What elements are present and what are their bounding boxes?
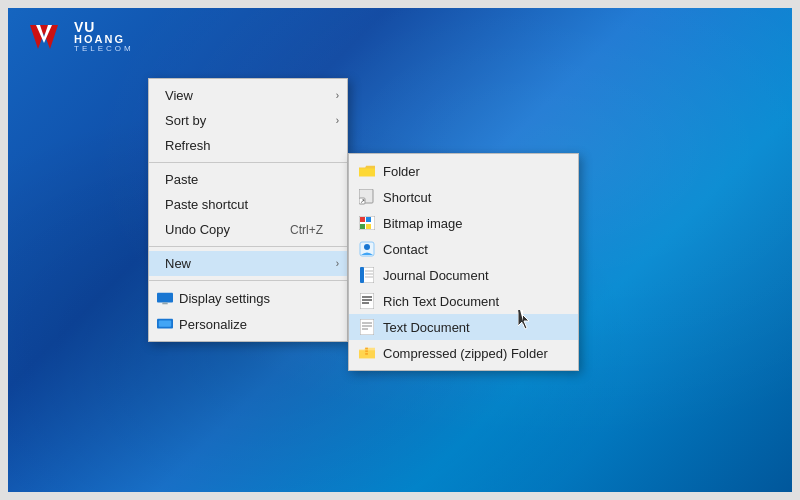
desktop: VU HOANG TELECOM View › Sort by › Refres… [0, 0, 800, 500]
logo-text: VU HOANG TELECOM [74, 20, 134, 53]
journal-icon [359, 267, 375, 283]
submenu-label-journal: Journal Document [383, 268, 489, 283]
submenu-item-textdoc[interactable]: Text Document [349, 314, 578, 340]
menu-item-new[interactable]: New › [149, 251, 347, 276]
submenu-label-folder: Folder [383, 164, 420, 179]
logo-icon [28, 21, 70, 53]
personalize-icon [157, 316, 173, 332]
menu-label-paste-shortcut: Paste shortcut [165, 197, 248, 212]
contact-icon [359, 241, 375, 257]
submenu-label-contact: Contact [383, 242, 428, 257]
menu-label-refresh: Refresh [165, 138, 211, 153]
menu-item-personalize[interactable]: Personalize [149, 311, 347, 337]
submenu-item-journal[interactable]: Journal Document [349, 262, 578, 288]
svg-point-15 [364, 244, 370, 250]
context-menu: View › Sort by › Refresh Paste Paste sho… [148, 78, 348, 342]
menu-item-refresh[interactable]: Refresh [149, 133, 347, 158]
submenu-arrow-sortby: › [336, 115, 339, 126]
svg-rect-21 [360, 293, 374, 309]
submenu-item-richtext[interactable]: Rich Text Document [349, 288, 578, 314]
submenu-label-richtext: Rich Text Document [383, 294, 499, 309]
shortcut-undo-copy: Ctrl+Z [290, 223, 323, 237]
svg-rect-3 [162, 302, 167, 304]
separator-1 [149, 162, 347, 163]
submenu-item-folder[interactable]: Folder [349, 158, 578, 184]
separator-3 [149, 280, 347, 281]
menu-item-undo-copy[interactable]: Undo Copy Ctrl+Z [149, 217, 347, 242]
submenu-arrow-new: › [336, 258, 339, 269]
svg-rect-5 [159, 320, 171, 326]
submenu-item-bitmap[interactable]: Bitmap image [349, 210, 578, 236]
menu-label-sortby: Sort by [165, 113, 206, 128]
submenu-label-bitmap: Bitmap image [383, 216, 462, 231]
submenu-label-shortcut: Shortcut [383, 190, 431, 205]
svg-rect-31 [365, 353, 368, 355]
menu-label-undo-copy: Undo Copy [165, 222, 230, 237]
submenu-label-textdoc: Text Document [383, 320, 470, 335]
menu-item-view[interactable]: View › [149, 83, 347, 108]
menu-label-personalize: Personalize [179, 317, 247, 332]
textdoc-icon [359, 319, 375, 335]
svg-rect-17 [360, 267, 364, 283]
logo-telecom: TELECOM [74, 45, 134, 53]
svg-rect-10 [360, 217, 365, 222]
shortcut-icon: ↗ [359, 189, 375, 205]
display-settings-icon [157, 290, 173, 306]
svg-rect-11 [366, 217, 371, 222]
folder-icon [359, 163, 375, 179]
svg-rect-12 [360, 224, 365, 229]
svg-rect-30 [365, 350, 368, 352]
logo: VU HOANG TELECOM [28, 20, 134, 53]
bitmap-icon [359, 215, 375, 231]
submenu-label-compressed: Compressed (zipped) Folder [383, 346, 548, 361]
submenu-item-shortcut[interactable]: ↗ Shortcut [349, 184, 578, 210]
menu-item-display[interactable]: Display settings [149, 285, 347, 311]
logo-brand-part1: VU [74, 20, 134, 34]
compressed-icon [359, 345, 375, 361]
richtext-icon [359, 293, 375, 309]
submenu-item-compressed[interactable]: Compressed (zipped) Folder [349, 340, 578, 366]
svg-rect-13 [366, 224, 371, 229]
svg-rect-2 [157, 292, 173, 302]
menu-item-paste[interactable]: Paste [149, 167, 347, 192]
menu-item-paste-shortcut[interactable]: Paste shortcut [149, 192, 347, 217]
submenu-new: Folder ↗ Shortcut [348, 153, 579, 371]
separator-2 [149, 246, 347, 247]
menu-label-view: View [165, 88, 193, 103]
svg-rect-29 [365, 348, 368, 350]
menu-label-paste: Paste [165, 172, 198, 187]
submenu-arrow-view: › [336, 90, 339, 101]
menu-item-sortby[interactable]: Sort by › [149, 108, 347, 133]
svg-rect-25 [360, 319, 374, 335]
submenu-item-contact[interactable]: Contact [349, 236, 578, 262]
menu-label-display: Display settings [179, 291, 270, 306]
menu-label-new: New [165, 256, 191, 271]
svg-text:↗: ↗ [360, 198, 365, 204]
